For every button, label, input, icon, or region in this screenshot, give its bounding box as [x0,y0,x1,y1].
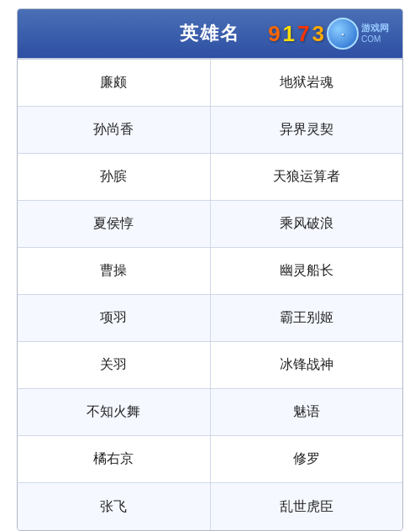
hero-name-cell: 项羽 [18,309,210,327]
hero-name-cell: 张飞 [18,498,210,516]
hero-name-cell: 曹操 [18,262,210,280]
skin-name-cell: 冰锋战神 [211,356,403,374]
skin-name-cell: 地狱岩魂 [211,74,403,92]
table-row: 项羽霸王别姬 [18,295,402,342]
logo-bubble: · [327,18,359,50]
table-row: 孙尚香异界灵契 [18,107,402,154]
skin-name-cell: 乱世虎臣 [211,498,403,516]
skin-name-cell: 幽灵船长 [211,262,403,280]
logo-num-7: 7 [297,23,309,45]
hero-name-cell: 橘右京 [18,450,210,468]
table-row: 曹操幽灵船长 [18,248,402,295]
table-row: 橘右京修罗 [18,436,402,483]
table-row: 孙膑天狼运算者 [18,154,402,201]
skin-name-cell: 霸王别姬 [211,309,403,327]
logo-yxw-label: 游戏网 [361,23,389,34]
skin-name-cell: 天狼运算者 [211,168,403,186]
skin-name-cell: 异界灵契 [211,121,403,139]
table-header: 英雄名 9 1 7 3 · 游戏网 COM [18,9,402,60]
table-row: 廉颇地狱岩魂 [18,60,402,107]
hero-name-cell: 不知火舞 [18,403,210,421]
skin-name-cell: 乘风破浪 [211,215,403,233]
hero-table: 英雄名 9 1 7 3 · 游戏网 COM 廉颇地狱岩魂孙尚香异界灵契孙膑天狼运… [17,8,403,531]
logo-site-text: 游戏网 COM [361,23,389,44]
logo-dot-icon: · [341,28,344,40]
logo-com-label: COM [361,34,381,45]
skin-name-cell: 魅语 [211,403,403,421]
logo-num-3: 3 [312,23,324,45]
hero-name-cell: 廉颇 [18,74,210,92]
hero-name-cell: 孙尚香 [18,121,210,139]
skin-name-cell: 修罗 [211,450,403,468]
hero-name-cell: 关羽 [18,356,210,374]
table-row: 夏侯惇乘风破浪 [18,201,402,248]
hero-name-cell: 孙膑 [18,168,210,186]
table-body: 廉颇地狱岩魂孙尚香异界灵契孙膑天狼运算者夏侯惇乘风破浪曹操幽灵船长项羽霸王别姬关… [18,60,402,530]
logo-num-9: 9 [268,23,280,45]
logo-block: 9 1 7 3 · 游戏网 COM [268,18,389,50]
table-row: 不知火舞魅语 [18,389,402,436]
table-row: 关羽冰锋战神 [18,342,402,389]
table-row: 张飞乱世虎臣 [18,483,402,530]
hero-name-cell: 夏侯惇 [18,215,210,233]
site-logo: 9 1 7 3 · 游戏网 COM [268,18,389,50]
logo-num-1: 1 [283,23,295,45]
